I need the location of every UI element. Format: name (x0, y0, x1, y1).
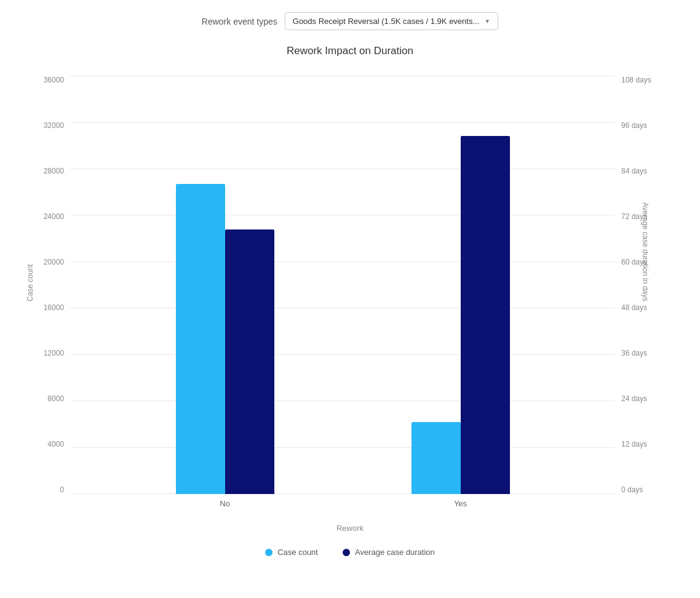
y-right-tick-36: 36 days (621, 349, 647, 357)
chart-legend: Case count Average case duration (24, 548, 676, 557)
bar-yes-case-count (412, 422, 461, 494)
y-left-axis-label: Case count (26, 264, 34, 301)
rework-event-dropdown[interactable]: Goods Receipt Reversal (1.5K cases / 1.9… (285, 12, 498, 30)
y-left-tick-8000: 8000 (47, 394, 64, 403)
y-axis-left: 0 4000 8000 12000 16000 20000 24000 2800… (36, 76, 70, 519)
y-right-tick-96: 96 days (621, 121, 647, 130)
y-left-tick-36000: 36000 (44, 76, 64, 84)
bar-no-avg-duration (225, 229, 274, 494)
y-left-tick-12000: 12000 (44, 349, 64, 357)
x-label-no: No (176, 494, 274, 519)
y-left-tick-16000: 16000 (44, 303, 64, 312)
y-left-tick-20000: 20000 (44, 258, 64, 266)
y-left-tick-32000: 32000 (44, 121, 64, 130)
rework-event-label: Rework event types (202, 17, 277, 26)
legend-item-avg-duration: Average case duration (343, 548, 435, 557)
y-right-tick-48: 48 days (621, 303, 647, 312)
x-axis: No Yes (70, 494, 615, 519)
legend-dot-blue (265, 549, 272, 556)
y-right-tick-108: 108 days (621, 76, 651, 84)
x-axis-title: Rework (24, 524, 676, 533)
y-left-tick-0: 0 (60, 485, 64, 494)
y-right-tick-84: 84 days (621, 167, 647, 175)
bar-group-yes (412, 136, 510, 494)
y-right-tick-12: 12 days (621, 440, 647, 448)
y-right-axis-label: Average case duration in days (640, 202, 649, 301)
legend-dot-navy (343, 549, 350, 556)
bars-area (70, 76, 615, 494)
y-left-tick-28000: 28000 (44, 167, 64, 175)
chart-inner: No Yes (70, 76, 615, 519)
x-label-yes: Yes (412, 494, 510, 519)
legend-label-case-count: Case count (277, 548, 318, 557)
bar-group-no (176, 184, 274, 494)
legend-label-avg-duration: Average case duration (355, 548, 435, 557)
bar-no-case-count (176, 184, 225, 494)
y-left-tick-24000: 24000 (44, 212, 64, 221)
dropdown-value: Goods Receipt Reversal (1.5K cases / 1.9… (293, 17, 479, 26)
y-axis-right: 0 days 12 days 24 days 36 days 48 days 6… (615, 76, 661, 519)
legend-item-case-count: Case count (265, 548, 318, 557)
chart-title: Rework Impact on Duration (24, 45, 676, 57)
chart-container: Rework Impact on Duration Case count 0 4… (24, 45, 676, 557)
y-left-tick-4000: 4000 (47, 440, 64, 448)
y-right-tick-0: 0 days (621, 485, 643, 494)
chevron-down-icon: ▼ (484, 18, 490, 25)
bar-yes-avg-duration (461, 136, 510, 494)
y-right-tick-24: 24 days (621, 394, 647, 403)
top-controls: Rework event types Goods Receipt Reversa… (202, 12, 498, 30)
chart-area: Case count 0 4000 8000 12000 16000 20000… (24, 76, 676, 519)
